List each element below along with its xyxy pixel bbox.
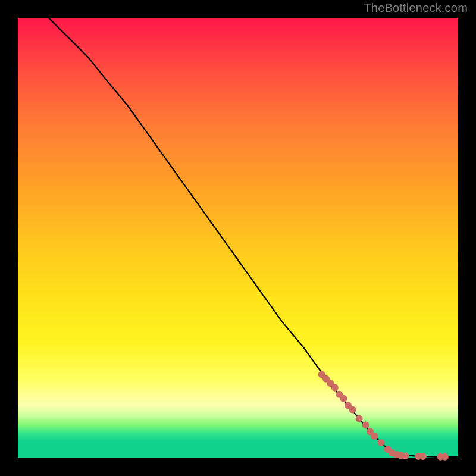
data-point — [371, 433, 378, 440]
plot-area — [18, 18, 458, 458]
data-point — [378, 439, 385, 446]
data-point — [402, 452, 409, 459]
chart-svg — [18, 18, 458, 458]
curve-line — [49, 18, 458, 457]
data-point — [441, 453, 449, 461]
data-point — [331, 384, 339, 392]
data-point — [419, 453, 427, 460]
data-point — [340, 395, 347, 402]
data-point — [356, 415, 363, 422]
chart-frame: TheBottleneck.com — [0, 0, 476, 476]
attribution-text: TheBottleneck.com — [364, 1, 468, 15]
data-point — [362, 422, 369, 429]
marker-group — [318, 371, 449, 460]
data-point — [349, 406, 356, 414]
